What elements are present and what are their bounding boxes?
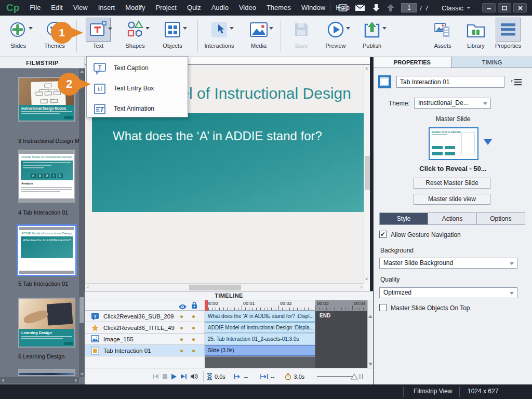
menu-insert[interactable]: Insert [93, 0, 121, 16]
next-slide-icon[interactable] [373, 4, 380, 12]
slide-6-photo: Learning Design [19, 299, 74, 347]
menu-window[interactable]: Window [296, 0, 330, 16]
filmstrip-horizontal-scrollbar[interactable] [0, 377, 79, 383]
menu-file[interactable]: File [24, 0, 46, 16]
play-button[interactable] [171, 374, 177, 380]
timeline-ruler[interactable]: 00:00 00:01 00:02 00:03 00:04 [205, 300, 367, 311]
slide-7-thumbnail-partial[interactable] [18, 369, 75, 376]
slide-3-label[interactable]: 3 Instructional Design M... [18, 138, 84, 144]
slide-6-label[interactable]: 6 Learning Design [18, 353, 64, 360]
minimize-button[interactable] [482, 3, 496, 12]
scroll-up-icon[interactable] [368, 315, 373, 318]
interactions-button[interactable]: Interactions [203, 18, 236, 56]
audio-mute-button[interactable] [190, 373, 198, 380]
menu-themes[interactable]: Themes [261, 0, 296, 16]
timeline-row-title[interactable]: Click2Reveal36_TITLE_49 [85, 322, 205, 334]
stop-button[interactable] [162, 374, 168, 379]
previous-slide-icon[interactable] [387, 4, 394, 12]
scroll-down-icon[interactable]: ˅ [365, 277, 368, 282]
properties-button[interactable]: Properties [491, 18, 525, 56]
timeline-vertical-scrollbar[interactable] [367, 300, 373, 368]
workspace-dropdown[interactable]: Classic [442, 4, 471, 12]
timeline-bar-title[interactable]: ADDIE Model of Instructional Design :Dis… [205, 322, 315, 333]
master-slide-dropdown-icon[interactable] [484, 139, 492, 145]
filmstrip-scroll-thumb[interactable] [79, 297, 84, 323]
canvas-vertical-scrollbar[interactable]: ˄ ˅ [364, 65, 370, 283]
lock-icon[interactable] [191, 301, 197, 311]
slide-5-label[interactable]: 5 Tab Interaction 01 [18, 281, 68, 287]
menu-view[interactable]: View [68, 0, 93, 16]
mail-icon[interactable] [355, 4, 365, 11]
tab-options[interactable]: Options [477, 213, 525, 224]
slide-question-text[interactable]: What does the ‘A’ in ADDIE stand for? [113, 129, 322, 143]
interaction-icon [91, 347, 99, 355]
background-dropdown[interactable]: Master Slide Background [379, 258, 517, 269]
objects-on-top-checkbox[interactable] [379, 304, 387, 311]
canvas-hscroll-thumb[interactable] [189, 285, 241, 290]
master-slide-thumbnail[interactable]: Double click to add title [429, 127, 478, 160]
menu-item-text-animation[interactable]: T Text Animation [87, 98, 188, 118]
slide-question-box[interactable]: What does the ‘A’ in ADDIE stand for? [92, 113, 364, 212]
gesture-checkbox[interactable]: ✓ [379, 231, 387, 238]
go-to-end-button[interactable] [180, 374, 187, 379]
slide-4-thumbnail[interactable]: ADDIE Model of Instructional Design A D … [18, 150, 75, 203]
slide-5-thumbnail[interactable]: ADDIE Model of Instructional Design What… [18, 226, 75, 275]
preview-button[interactable]: Preview [319, 18, 352, 56]
publish-button[interactable]: Publish [355, 18, 389, 56]
timeline-bar-image[interactable]: 25. Tab Interaction 01_2-assets-01:3.0s [205, 334, 315, 344]
text-button[interactable]: Text [82, 18, 115, 56]
menu-item-text-caption[interactable]: T Text Caption [87, 58, 188, 78]
timeline-row-sub[interactable]: T Click2Reveal36_SUB_209 [85, 311, 205, 322]
save-button[interactable]: Save [285, 18, 318, 56]
scroll-right-icon[interactable] [75, 378, 77, 382]
menu-edit[interactable]: Edit [46, 0, 68, 16]
objects-button[interactable]: Objects [156, 18, 189, 56]
canvas-vscroll-thumb[interactable] [365, 156, 370, 190]
canvas-horizontal-scrollbar[interactable]: ‹ › [85, 283, 364, 291]
timeline-row-slide[interactable]: Tab Interaction 01 [85, 345, 205, 356]
timeline-zoom-slider[interactable] [317, 373, 364, 381]
slides-button[interactable]: Slides [2, 18, 35, 56]
master-slide-view-button[interactable]: Master slide view [414, 194, 490, 205]
tab-actions[interactable]: Actions [428, 213, 476, 224]
layer-name: Click2Reveal36_TITLE_49 [103, 325, 175, 331]
go-to-start-button[interactable] [152, 374, 159, 379]
notes-panel-icon[interactable] [338, 4, 348, 11]
menu-video[interactable]: Video [234, 0, 261, 16]
menu-project[interactable]: Project [150, 0, 181, 16]
maximize-button[interactable] [498, 3, 511, 12]
menu-modify[interactable]: Modify [120, 0, 150, 16]
library-button[interactable]: Library [459, 18, 493, 56]
menu-item-text-entry-box[interactable]: t Text Entry Box [87, 78, 188, 98]
item-name-input[interactable] [396, 76, 504, 88]
timeline-header[interactable]: TIMELINE [85, 291, 373, 300]
panel-menu-icon[interactable] [510, 78, 522, 86]
theme-dropdown[interactable]: Instructional_De... [414, 98, 491, 109]
scroll-down-icon[interactable] [80, 373, 84, 376]
scroll-left-icon[interactable]: ‹ [87, 285, 89, 290]
chevron-down-icon [510, 262, 514, 265]
scroll-left-icon[interactable] [2, 378, 4, 382]
reset-master-slide-button[interactable]: Reset Master Slide [414, 178, 490, 189]
shapes-button[interactable]: Shapes [118, 18, 152, 56]
media-button[interactable]: Media [242, 18, 275, 56]
filmstrip-vertical-scrollbar[interactable] [79, 69, 85, 377]
slide-6-thumbnail[interactable]: Learning Design [18, 298, 75, 348]
current-slide-input[interactable]: 1 [401, 3, 417, 12]
tab-style[interactable]: Style [380, 213, 428, 224]
playhead-marker[interactable] [205, 300, 208, 311]
tab-timing[interactable]: TIMING [451, 57, 532, 68]
timeline-row-image[interactable]: Image_155 [85, 334, 205, 345]
menu-audio[interactable]: Audio [206, 0, 234, 16]
close-button[interactable] [513, 3, 527, 12]
scroll-up-icon[interactable]: ˄ [365, 66, 368, 71]
tab-properties[interactable]: PROPERTIES [374, 57, 451, 68]
scroll-right-icon[interactable]: › [361, 285, 362, 290]
timeline-bar-slide[interactable]: Slide (3.0s) [205, 345, 315, 356]
quality-dropdown[interactable]: Optimized [379, 287, 517, 298]
slide-4-label[interactable]: 4 Tab Interaction 01 [18, 209, 68, 216]
timeline-bar-question[interactable]: What does the ‘A’ in ADDIE stand for? :D… [205, 311, 315, 322]
assets-button[interactable]: Assets [426, 18, 459, 56]
scroll-down-icon[interactable] [368, 363, 373, 366]
menu-quiz[interactable]: Quiz [182, 0, 206, 16]
